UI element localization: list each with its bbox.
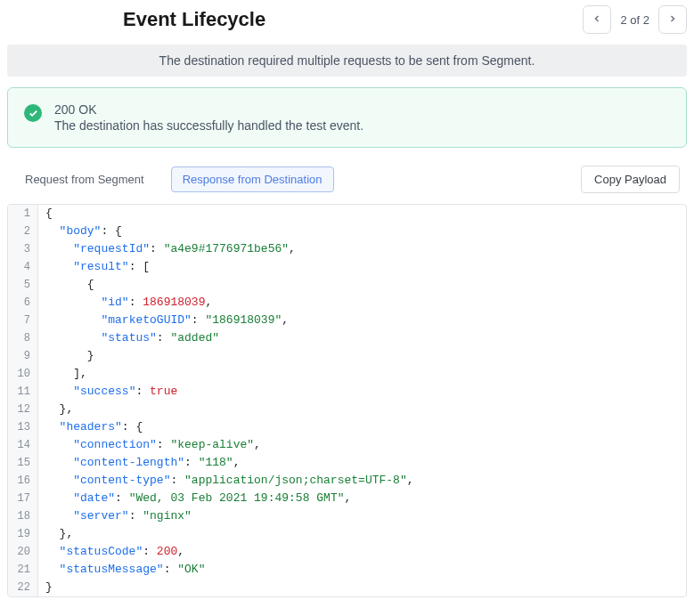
line-number: 6 (8, 294, 38, 312)
line-number: 5 (8, 276, 38, 294)
line-content: "requestId": "a4e9#1776971be56", (38, 240, 686, 258)
code-line: 12 }, (8, 401, 686, 418)
line-number: 22 (8, 579, 38, 596)
toolbar: Request from Segment Response from Desti… (7, 166, 687, 193)
line-content: "body": { (38, 223, 686, 240)
pager-next-button[interactable] (658, 5, 687, 34)
code-line: 6 "id": 186918039, (8, 294, 686, 312)
line-number: 16 (8, 472, 38, 490)
line-content: }, (38, 525, 686, 543)
code-line: 16 "content-type": "application/json;cha… (8, 472, 686, 490)
line-content: "content-length": "118", (38, 454, 686, 472)
line-content: { (38, 205, 686, 223)
code-line: 11 "success": true (8, 383, 686, 401)
notice-bar: The destination required multiple reques… (7, 45, 687, 77)
line-number: 1 (8, 205, 38, 223)
line-number: 12 (8, 401, 38, 418)
line-content: "success": true (38, 383, 686, 401)
line-content: "date": "Wed, 03 Feb 2021 19:49:58 GMT", (38, 490, 686, 507)
line-number: 17 (8, 490, 38, 507)
line-content: "headers": { (38, 418, 686, 436)
line-number: 21 (8, 561, 38, 579)
copy-payload-button[interactable]: Copy Payload (581, 166, 680, 193)
code-line: 9 } (8, 347, 686, 365)
code-line: 21 "statusMessage": "OK" (8, 561, 686, 579)
tabs: Request from Segment Response from Desti… (14, 166, 334, 192)
line-number: 13 (8, 418, 38, 436)
line-number: 19 (8, 525, 38, 543)
line-content: "connection": "keep-alive", (38, 436, 686, 454)
line-content: "result": [ (38, 258, 686, 276)
code-line: 19 }, (8, 525, 686, 543)
line-number: 8 (8, 329, 38, 347)
line-content: "id": 186918039, (38, 294, 686, 312)
code-line: 3 "requestId": "a4e9#1776971be56", (8, 240, 686, 258)
line-content: "status": "added" (38, 329, 686, 347)
status-title: 200 OK (54, 102, 363, 117)
status-content: 200 OK The destination has successfully … (54, 102, 363, 133)
code-line: 4 "result": [ (8, 258, 686, 276)
code-line: 15 "content-length": "118", (8, 454, 686, 472)
pager-prev-button[interactable] (583, 5, 611, 34)
line-content: "marketoGUID": "186918039", (38, 312, 686, 329)
code-line: 14 "connection": "keep-alive", (8, 436, 686, 454)
line-number: 18 (8, 507, 38, 525)
tab-response[interactable]: Response from Destination (171, 166, 334, 192)
line-content: "statusCode": 200, (38, 543, 686, 561)
code-line: 8 "status": "added" (8, 329, 686, 347)
pager-text: 2 of 2 (620, 13, 649, 27)
line-number: 3 (8, 240, 38, 258)
line-content: ], (38, 365, 686, 383)
line-number: 7 (8, 312, 38, 329)
code-line: 17 "date": "Wed, 03 Feb 2021 19:49:58 GM… (8, 490, 686, 507)
line-number: 9 (8, 347, 38, 365)
line-content: }, (38, 401, 686, 418)
status-description: The destination has successfully handled… (54, 118, 363, 133)
code-line: 1{ (8, 205, 686, 223)
line-content: } (38, 579, 686, 596)
line-number: 4 (8, 258, 38, 276)
chevron-right-icon (667, 13, 678, 27)
line-number: 14 (8, 436, 38, 454)
line-content: "server": "nginx" (38, 507, 686, 525)
tab-request[interactable]: Request from Segment (14, 167, 155, 191)
code-block[interactable]: 1{2 "body": {3 "requestId": "a4e9#177697… (7, 204, 687, 597)
code-line: 5 { (8, 276, 686, 294)
line-number: 2 (8, 223, 38, 240)
code-line: 7 "marketoGUID": "186918039", (8, 312, 686, 329)
line-content: } (38, 347, 686, 365)
line-content: { (38, 276, 686, 294)
code-line: 18 "server": "nginx" (8, 507, 686, 525)
code-line: 13 "headers": { (8, 418, 686, 436)
code-line: 20 "statusCode": 200, (8, 543, 686, 561)
code-line: 10 ], (8, 365, 686, 383)
line-number: 10 (8, 365, 38, 383)
pager: 2 of 2 (583, 5, 687, 34)
line-content: "statusMessage": "OK" (38, 561, 686, 579)
code-line: 2 "body": { (8, 223, 686, 240)
line-number: 11 (8, 383, 38, 401)
chevron-left-icon (592, 13, 602, 27)
line-number: 15 (8, 454, 38, 472)
notice-text: The destination required multiple reques… (159, 53, 535, 68)
line-number: 20 (8, 543, 38, 561)
page-title: Event Lifecycle (123, 8, 265, 31)
code-line: 22} (8, 579, 686, 596)
header: Event Lifecycle 2 of 2 (7, 0, 687, 45)
line-content: "content-type": "application/json;charse… (38, 472, 686, 490)
check-circle-icon (24, 104, 42, 122)
status-box: 200 OK The destination has successfully … (7, 87, 687, 148)
